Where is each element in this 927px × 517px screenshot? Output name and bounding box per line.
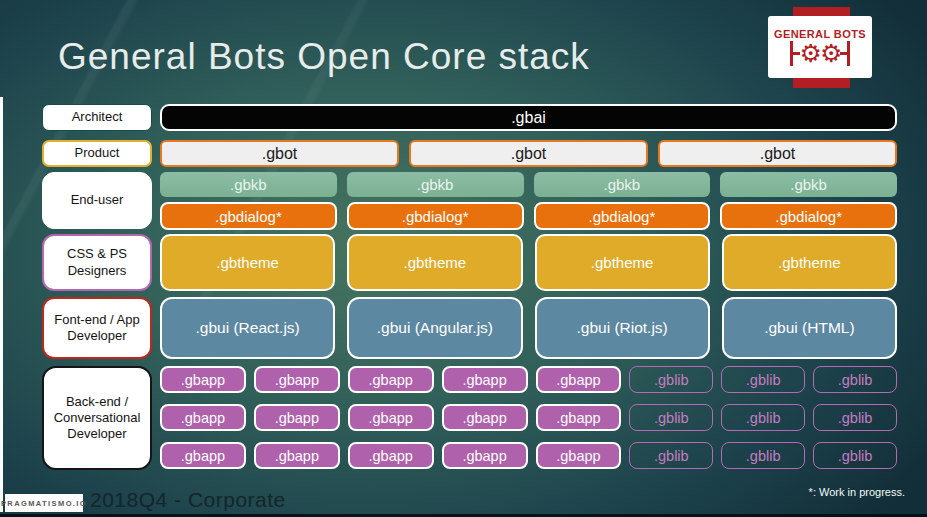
gbui-row: .gbui (React.js).gbui (Angular.js).gbui … xyxy=(160,297,897,359)
gbtheme-box: .gbtheme xyxy=(535,234,710,291)
role-label-text: Architect xyxy=(72,109,123,125)
gear-axle-right-icon xyxy=(840,52,847,55)
gbapp-box: .gbapp xyxy=(160,442,246,469)
gear-frame-right-icon xyxy=(847,41,850,66)
gbapp-box: .gbapp xyxy=(536,404,622,431)
gbot-row: .gbot.gbot.gbot xyxy=(160,140,897,167)
role-label-architect: Architect xyxy=(42,104,152,131)
gbdialog-box: .gbdialog* xyxy=(347,202,524,230)
gblib-box: .gblib xyxy=(629,366,713,393)
slide-left-edge-line xyxy=(0,97,3,512)
gbai-box: .gbai xyxy=(160,104,897,131)
role-label-backend-conversational-developer: Back-end / Conversational Developer xyxy=(42,366,152,470)
pragmatismo-logo-text: PRAGMATISMO.IO xyxy=(1,499,87,508)
gbapp-box: .gbapp xyxy=(442,442,528,469)
gblib-box: .gblib xyxy=(721,366,805,393)
role-label-text: Product xyxy=(75,145,120,161)
gbkb-box: .gbkb xyxy=(720,172,897,197)
role-label-text: Back-end / Conversational Developer xyxy=(44,394,150,443)
gbkb-row: .gbkb.gbkb.gbkb.gbkb xyxy=(160,172,897,197)
gbkb-box: .gbkb xyxy=(534,172,711,197)
gbapp-gblib-row-2: .gbapp.gbapp.gbapp.gbapp.gbapp.gblib.gbl… xyxy=(160,404,897,431)
gbapp-box: .gbapp xyxy=(254,366,340,393)
gbdialog-box: .gbdialog* xyxy=(534,202,711,230)
gbui-box: .gbui (Riot.js) xyxy=(535,297,710,359)
gbui-box: .gbui (React.js) xyxy=(160,297,335,359)
gbapp-box: .gbapp xyxy=(348,404,434,431)
gbdialog-row: .gbdialog*.gbdialog*.gbdialog*.gbdialog* xyxy=(160,202,897,230)
footer-caption: 2018Q4 - Corporate xyxy=(90,488,286,512)
gbdialog-box: .gbdialog* xyxy=(720,202,897,230)
gbdialog-box: .gbdialog* xyxy=(160,202,337,230)
gbtheme-row: .gbtheme.gbtheme.gbtheme.gbtheme xyxy=(160,234,897,291)
gbapp-box: .gbapp xyxy=(536,366,622,393)
role-label-end-user: End-user xyxy=(42,172,152,229)
role-label-css-ps-designers: CSS & PS Designers xyxy=(42,234,152,291)
gbot-box: .gbot xyxy=(658,140,897,167)
gblib-box: .gblib xyxy=(721,404,805,431)
role-label-text: CSS & PS Designers xyxy=(44,246,150,279)
gbapp-box: .gbapp xyxy=(442,404,528,431)
gbot-box: .gbot xyxy=(160,140,399,167)
gblib-box: .gblib xyxy=(813,366,897,393)
work-in-progress-note: *: Work in progress. xyxy=(809,486,905,498)
gbtheme-box: .gbtheme xyxy=(722,234,897,291)
gbui-box: .gbui (HTML) xyxy=(722,297,897,359)
gbapp-gblib-row-1: .gbapp.gbapp.gbapp.gbapp.gbapp.gblib.gbl… xyxy=(160,366,897,393)
gbtheme-box: .gbtheme xyxy=(160,234,335,291)
gbai-row: .gbai xyxy=(160,104,897,131)
pragmatismo-logo: PRAGMATISMO.IO xyxy=(5,494,83,512)
role-label-frontend-app-developer: Font-end / App Developer xyxy=(42,297,152,359)
role-label-text: Font-end / App Developer xyxy=(44,312,150,345)
gbapp-box: .gbapp xyxy=(160,366,246,393)
role-label-product: Product xyxy=(42,140,152,167)
gbui-box: .gbui (Angular.js) xyxy=(347,297,522,359)
gblib-box: .gblib xyxy=(721,442,805,469)
double-gear-icon: ⚙⚙ xyxy=(800,41,841,66)
gears-icon: ⚙⚙ xyxy=(790,41,850,66)
gbapp-box: .gbapp xyxy=(254,404,340,431)
gbkb-box: .gbkb xyxy=(160,172,337,197)
general-bots-logo: GENERAL BOTS ⚙⚙ xyxy=(768,16,872,78)
gbapp-box: .gbapp xyxy=(254,442,340,469)
gbapp-box: .gbapp xyxy=(536,442,622,469)
gbapp-box: .gbapp xyxy=(160,404,246,431)
gbot-box: .gbot xyxy=(409,140,648,167)
gbkb-box: .gbkb xyxy=(347,172,524,197)
gbapp-box: .gbapp xyxy=(348,442,434,469)
page-title: General Bots Open Core stack xyxy=(58,36,590,78)
gbapp-box: .gbapp xyxy=(348,366,434,393)
gbapp-box: .gbapp xyxy=(442,366,528,393)
role-label-text: End-user xyxy=(71,192,124,208)
gblib-box: .gblib xyxy=(629,442,713,469)
gblib-box: .gblib xyxy=(813,404,897,431)
gblib-box: .gblib xyxy=(629,404,713,431)
slide-canvas: General Bots Open Core stack GENERAL BOT… xyxy=(0,0,927,517)
gbtheme-box: .gbtheme xyxy=(347,234,522,291)
gbapp-gblib-row-3: .gbapp.gbapp.gbapp.gbapp.gbapp.gblib.gbl… xyxy=(160,442,897,469)
gblib-box: .gblib xyxy=(813,442,897,469)
gear-axle-left-icon xyxy=(793,52,800,55)
